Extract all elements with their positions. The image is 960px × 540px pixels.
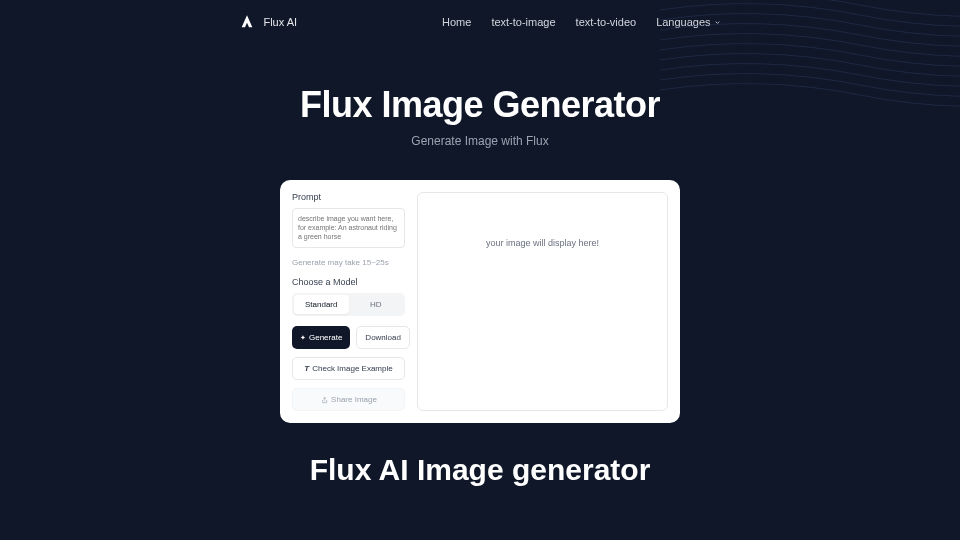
model-tab-standard[interactable]: Standard [294, 295, 349, 314]
generate-button-label: Generate [309, 333, 342, 342]
nav: Home text-to-image text-to-video Languag… [442, 16, 721, 28]
share-button[interactable]: Share Image [292, 388, 405, 411]
preview-panel: your image will display here! [417, 192, 668, 411]
model-tab-hd[interactable]: HD [349, 295, 404, 314]
share-icon [320, 396, 328, 404]
download-button-label: Download [365, 333, 401, 342]
chevron-down-icon [714, 19, 721, 26]
page-title: Flux Image Generator [0, 84, 960, 126]
model-tabs: Standard HD [292, 293, 405, 316]
nav-text-to-video[interactable]: text-to-video [576, 16, 637, 28]
text-icon: T [304, 364, 309, 373]
logo-icon [239, 14, 255, 30]
generate-hint: Generate may take 15~25s [292, 258, 405, 267]
prompt-label: Prompt [292, 192, 405, 202]
action-buttons: ✦ Generate Download [292, 326, 405, 349]
check-example-label: Check Image Example [312, 364, 392, 373]
brand-name: Flux AI [263, 16, 297, 28]
hero: Flux Image Generator Generate Image with… [0, 84, 960, 148]
sparkle-icon: ✦ [300, 334, 306, 342]
nav-languages-label: Languages [656, 16, 710, 28]
prompt-input[interactable] [292, 208, 405, 248]
check-example-button[interactable]: T Check Image Example [292, 357, 405, 380]
nav-languages[interactable]: Languages [656, 16, 720, 28]
download-button[interactable]: Download [356, 326, 410, 349]
controls-panel: Prompt Generate may take 15~25s Choose a… [292, 192, 405, 411]
nav-text-to-image[interactable]: text-to-image [491, 16, 555, 28]
logo[interactable]: Flux AI [239, 14, 297, 30]
model-label: Choose a Model [292, 277, 405, 287]
header: Flux AI Home text-to-image text-to-video… [0, 0, 960, 44]
generator-card: Prompt Generate may take 15~25s Choose a… [280, 180, 680, 423]
page-subtitle: Generate Image with Flux [0, 134, 960, 148]
preview-placeholder: your image will display here! [486, 238, 599, 248]
generate-button[interactable]: ✦ Generate [292, 326, 350, 349]
nav-home[interactable]: Home [442, 16, 471, 28]
share-button-label: Share Image [331, 395, 377, 404]
section-title: Flux AI Image generator [0, 453, 960, 487]
